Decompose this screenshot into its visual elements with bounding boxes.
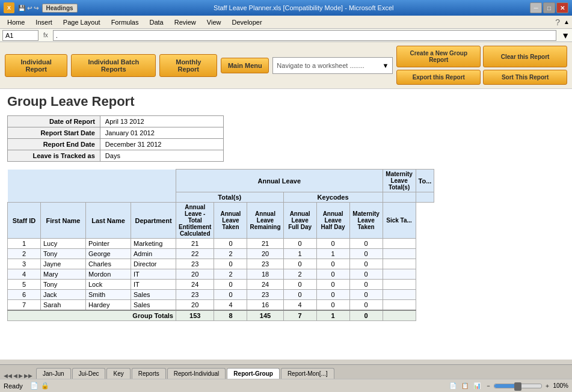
- sick-subheader: [416, 192, 434, 203]
- dropdown-arrow-icon[interactable]: ▼: [382, 62, 389, 69]
- cell-dept: Director: [131, 259, 176, 269]
- menu-page-layout[interactable]: Page Layout: [58, 17, 105, 27]
- minimize-button[interactable]: ─: [530, 2, 542, 13]
- menu-formulas[interactable]: Formulas: [106, 17, 144, 27]
- toolbar-area: Individual Report Individual Batch Repor…: [0, 42, 572, 89]
- menu-insert[interactable]: Insert: [31, 17, 57, 27]
- close-button[interactable]: ✕: [556, 2, 568, 13]
- status-icon-2: 🔒: [41, 382, 49, 390]
- menu-developer[interactable]: Developer: [227, 17, 266, 27]
- formula-input[interactable]: .: [53, 30, 556, 41]
- cell-half-day: 0: [316, 300, 349, 311]
- cell-taken: 0: [214, 259, 247, 269]
- tab-next-icon[interactable]: ▶: [19, 373, 23, 379]
- zoom-control[interactable]: － ＋ 100%: [485, 382, 568, 390]
- menu-data[interactable]: Data: [144, 17, 168, 27]
- title-bar: X 💾 ↩ ↪ Headings Staff Leave Planner.xls…: [0, 0, 572, 16]
- cell-reference[interactable]: A1: [2, 30, 38, 41]
- tab-jan-jun[interactable]: Jan-Jun: [36, 368, 71, 379]
- toolbar-right-buttons: Create a New Group Report Clear this Rep…: [396, 46, 567, 85]
- totals-half-day: 1: [316, 310, 349, 321]
- info-row-date: Date of Report April 13 2012: [8, 116, 224, 127]
- table-header-row-3: Staff ID First Name Last Name Department…: [8, 203, 434, 239]
- monthly-report-button[interactable]: Monthly Report: [159, 54, 217, 77]
- cell-maternity-taken: 0: [349, 259, 383, 269]
- view-normal-icon[interactable]: 📄: [449, 382, 457, 389]
- cell-dept: Marketing: [131, 239, 176, 249]
- table-row: 4 Mary Mordon IT 20 2 18 2 0 0: [8, 269, 434, 280]
- individual-report-button[interactable]: Individual Report: [5, 54, 67, 77]
- zoom-in-icon[interactable]: ＋: [544, 382, 550, 390]
- cell-taken: 2: [214, 249, 247, 259]
- menu-home[interactable]: Home: [2, 17, 29, 27]
- cell-full-day: 2: [283, 269, 316, 280]
- tab-report-individual[interactable]: Report-Individual: [167, 368, 226, 379]
- cell-first-name: Lucy: [41, 239, 86, 249]
- style-selector[interactable]: Headings: [42, 4, 78, 13]
- tab-prev-icon[interactable]: ◀: [13, 373, 17, 379]
- tab-key[interactable]: Key: [106, 368, 130, 379]
- cell-full-day: 0: [283, 290, 316, 300]
- totals-sick: [383, 310, 416, 321]
- cell-full-day: 0: [283, 239, 316, 249]
- cell-remaining: 23: [247, 259, 283, 269]
- tab-report-mon[interactable]: Report-Mon[...]: [281, 368, 334, 379]
- navigate-worksheet-label: Navigate to a worksheet ........: [277, 62, 380, 69]
- cell-taken: 4: [214, 300, 247, 311]
- info-value-tracked: Days: [100, 150, 223, 162]
- cell-id: 4: [8, 269, 41, 280]
- tab-last-icon[interactable]: ▶▶: [24, 373, 32, 379]
- sort-this-report-button[interactable]: Sort This Report: [483, 70, 567, 85]
- view-page-break-icon[interactable]: 📊: [473, 382, 481, 389]
- cell-sick: [383, 249, 416, 259]
- status-bar: Ready 📄 🔒 📄 📋 📊 － ＋ 100%: [0, 379, 572, 392]
- status-left: Ready 📄 🔒: [4, 382, 49, 390]
- to-header: To...: [416, 170, 434, 192]
- individual-batch-reports-button[interactable]: Individual Batch Reports: [71, 54, 156, 77]
- tab-navigation[interactable]: ◀◀ ◀ ▶ ▶▶: [4, 373, 32, 379]
- maximize-button[interactable]: □: [543, 2, 555, 13]
- keycodes-subheader: Keycodes: [283, 192, 383, 203]
- tab-first-icon[interactable]: ◀◀: [4, 373, 12, 379]
- table-row: 3 Jayne Charles Director 23 0 23 0 0 0: [8, 259, 434, 269]
- view-page-layout-icon[interactable]: 📋: [461, 382, 469, 389]
- cell-half-day: 1: [316, 249, 349, 259]
- tab-jui-dec[interactable]: Jui-Dec: [72, 368, 106, 379]
- cell-last-name: Pointer: [86, 239, 131, 249]
- cell-half-day: 0: [316, 239, 349, 249]
- main-menu-button[interactable]: Main Menu: [221, 58, 269, 73]
- cell-first-name: Tony: [41, 249, 86, 259]
- expand-formula-icon[interactable]: ▼: [561, 31, 570, 40]
- create-new-group-report-button[interactable]: Create a New Group Report: [396, 46, 481, 67]
- cell-total-ent: 24: [176, 280, 214, 290]
- tab-reports[interactable]: Reports: [132, 368, 166, 379]
- navigate-worksheet-dropdown[interactable]: Navigate to a worksheet ........ ▼: [272, 57, 393, 74]
- col-first-name: First Name: [41, 203, 86, 239]
- zoom-out-icon[interactable]: －: [485, 382, 491, 390]
- table-header-row-1: Annual Leave Maternity Leave Total(s) To…: [8, 170, 434, 192]
- cell-id: 1: [8, 239, 41, 249]
- totals-subheader: Total(s): [176, 192, 284, 203]
- totals-remaining: 145: [247, 310, 283, 321]
- export-this-report-button[interactable]: Export this Report: [396, 70, 481, 85]
- window-controls[interactable]: ─ □ ✕: [530, 2, 568, 13]
- cell-maternity-taken: 0: [349, 280, 383, 290]
- col-half-day: Annual Leave Half Day: [316, 203, 349, 239]
- cell-maternity-taken: 0: [349, 290, 383, 300]
- col-total-entitlement: Annual Leave - Total Entitlement Calcula…: [176, 203, 214, 239]
- window-title: Staff Leave Planner.xls [Compatibility M…: [214, 4, 393, 11]
- menu-view[interactable]: View: [202, 17, 226, 27]
- ready-status: Ready: [4, 382, 23, 390]
- cell-maternity-taken: 0: [349, 300, 383, 311]
- tab-report-group[interactable]: Report-Group: [227, 368, 280, 379]
- cell-remaining: 23: [247, 290, 283, 300]
- clear-this-report-button[interactable]: Clear this Report: [483, 46, 567, 67]
- cell-remaining: 21: [247, 239, 283, 249]
- table-header-row-2: Total(s) Keycodes: [8, 192, 434, 203]
- status-right: 📄 📋 📊 － ＋ 100%: [449, 382, 568, 390]
- menu-review[interactable]: Review: [170, 17, 201, 27]
- help-icon[interactable]: ?: [555, 17, 560, 27]
- totals-taken: 8: [214, 310, 247, 321]
- col-staff-id: Staff ID: [8, 203, 41, 239]
- ribbon-collapse-icon[interactable]: ▲: [564, 19, 570, 25]
